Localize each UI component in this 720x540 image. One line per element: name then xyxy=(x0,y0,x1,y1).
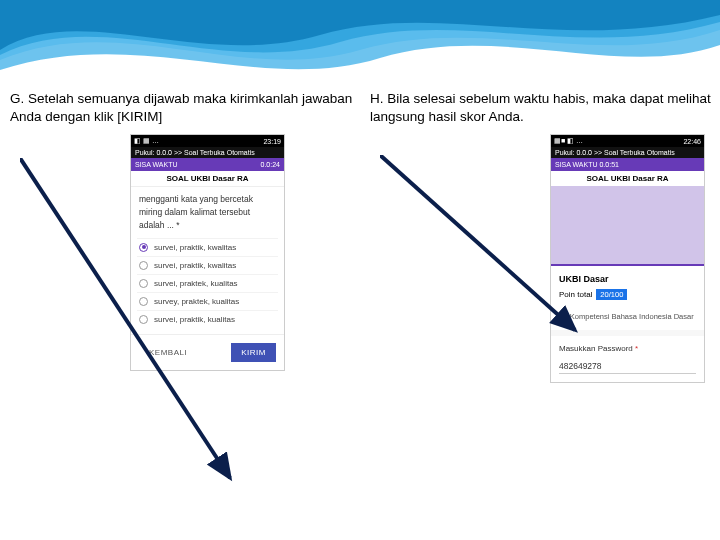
send-button[interactable]: KIRIM xyxy=(231,343,276,362)
instruction-h: H. Bila selesai sebelum waktu habis, mak… xyxy=(370,90,720,126)
option-label: survei, praktik, kualitas xyxy=(154,315,235,324)
page-title: SOAL UKBI Dasar RA xyxy=(551,171,704,186)
breadcrumb: Pukul: 0.0.0 >> Soal Terbuka Otomatis xyxy=(551,147,704,158)
option-4[interactable]: survei, praktik, kualitas xyxy=(137,310,278,328)
status-icons: ◧ ▦ … xyxy=(134,137,159,145)
timer-bar: SISA WAKTU 0.0:24 xyxy=(131,158,284,171)
password-value[interactable]: 482649278 xyxy=(559,357,696,374)
button-row: KEMBALI KIRIM xyxy=(131,334,284,370)
status-icons: ▦■ ◧ … xyxy=(554,137,583,145)
status-time: 23:19 xyxy=(263,138,281,145)
instruction-g-letter: G. xyxy=(10,91,24,106)
back-button[interactable]: KEMBALI xyxy=(139,343,197,362)
instruction-g: G. Setelah semuanya dijawab maka kirimka… xyxy=(10,90,360,126)
option-3[interactable]: survey, praktek, kualitas xyxy=(137,292,278,310)
radio-icon xyxy=(139,297,148,306)
timer-label: SISA WAKTU xyxy=(135,161,178,168)
page-title: SOAL UKBI Dasar RA xyxy=(131,171,284,187)
score-badge: 20/100 xyxy=(596,289,627,300)
timer-value: 0.0:24 xyxy=(261,161,280,168)
option-label: survei, praktik, kwalitas xyxy=(154,243,236,252)
score-label: Poin total xyxy=(559,290,592,299)
radio-icon xyxy=(139,315,148,324)
radio-icon xyxy=(139,279,148,288)
timer-bar: SISA WAKTU 0.0:51 xyxy=(551,158,704,171)
required-asterisk: * xyxy=(635,344,638,353)
status-bar: ◧ ▦ … 23:19 xyxy=(131,135,284,147)
status-bar: ▦■ ◧ … 22:46 xyxy=(551,135,704,147)
card-subtitle: Uji Kompetensi Bahasa Indonesia Dasar xyxy=(559,312,696,322)
phone-right: ▦■ ◧ … 22:46 Pukul: 0.0.0 >> Soal Terbuk… xyxy=(550,134,705,383)
radio-icon xyxy=(139,243,148,252)
password-label: Masukkan Password * xyxy=(559,344,696,353)
options-list: survei, praktik, kwalitas survei, prakti… xyxy=(131,238,284,334)
option-2[interactable]: survei, praktek, kualitas xyxy=(137,274,278,292)
password-section: Masukkan Password * 482649278 xyxy=(551,336,704,382)
question-text: mengganti kata yang bercetak miring dala… xyxy=(131,187,284,237)
radio-icon xyxy=(139,261,148,270)
score-line: Poin total 20/100 xyxy=(559,289,696,300)
option-0[interactable]: survei, praktik, kwalitas xyxy=(137,238,278,256)
option-label: survei, praktek, kualitas xyxy=(154,279,238,288)
option-label: survey, praktek, kualitas xyxy=(154,297,239,306)
option-1[interactable]: survei, praktik, kwalitas xyxy=(137,256,278,274)
instruction-h-letter: H. xyxy=(370,91,384,106)
instruction-h-text: Bila selesai sebelum waktu habis, maka d… xyxy=(370,91,711,124)
breadcrumb: Pukul: 0.0.0 >> Soal Terbuka Otomatis xyxy=(131,147,284,158)
score-card: UKBI Dasar Poin total 20/100 Uji Kompete… xyxy=(551,264,704,330)
hero-space xyxy=(551,186,704,264)
card-title: UKBI Dasar xyxy=(559,274,696,284)
status-time: 22:46 xyxy=(683,138,701,145)
instruction-g-text: Setelah semuanya dijawab maka kirimkanla… xyxy=(10,91,352,124)
phone-left: ◧ ▦ … 23:19 Pukul: 0.0.0 >> Soal Terbuka… xyxy=(130,134,285,370)
option-label: survei, praktik, kwalitas xyxy=(154,261,236,270)
